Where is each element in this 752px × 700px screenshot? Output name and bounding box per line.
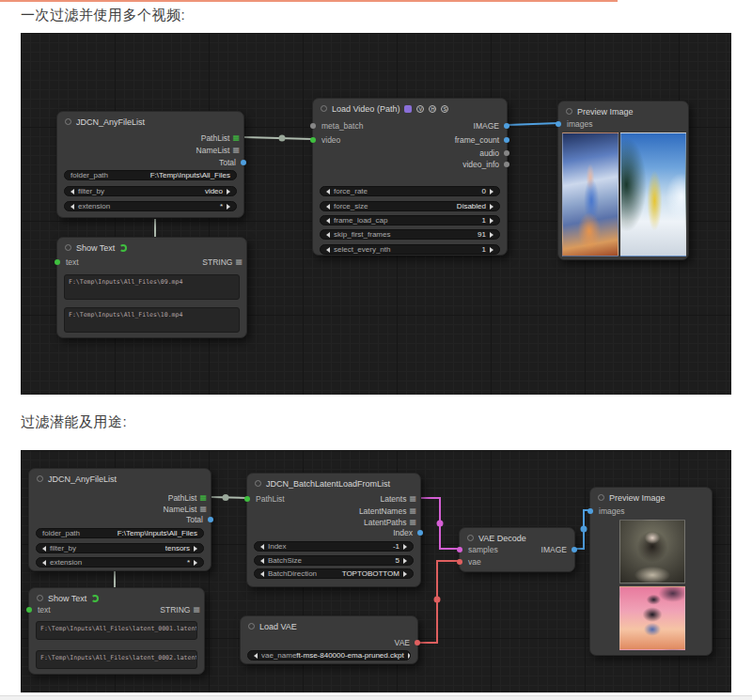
node-show-text[interactable]: Show Text text STRING▦ F:\Temp\Inputs\Al… bbox=[28, 587, 205, 675]
vae-name-widget[interactable]: vae_name ft-mse-840000-ema-pruned.ckpt bbox=[247, 650, 411, 661]
batchdirection-widget[interactable]: BatchDirection TOPTOBOTTOM bbox=[254, 568, 414, 579]
collapse-toggle[interactable] bbox=[65, 244, 71, 251]
force-rate-widget[interactable]: force_rate 0 bbox=[320, 186, 500, 196]
list-output-icon[interactable]: ▦ bbox=[409, 495, 416, 503]
list-output-icon[interactable]: ▦ bbox=[409, 519, 416, 526]
text-output-box[interactable]: F:\Temp\Inputs\All_Files\latent_0002.lat… bbox=[36, 650, 197, 669]
combo-left-arrow[interactable] bbox=[254, 653, 258, 659]
combo-right-arrow[interactable] bbox=[194, 560, 197, 566]
node-vae-decode[interactable]: VAE Decode samples IMAGE vae bbox=[459, 527, 575, 572]
node-show-text[interactable]: Show Text text STRING▦ F:\Temp\Inputs\Al… bbox=[56, 237, 247, 338]
combo-right-arrow[interactable] bbox=[194, 546, 197, 552]
node-preview-image[interactable]: Preview Image images bbox=[589, 487, 713, 656]
collapse-toggle[interactable] bbox=[598, 494, 604, 501]
collapse-toggle[interactable] bbox=[37, 595, 43, 601]
list-output-icon[interactable]: ▦ bbox=[193, 606, 200, 614]
output-port[interactable] bbox=[572, 547, 577, 552]
node-load-vae[interactable]: Load VAE VAE vae_name ft-mse-840000-ema-… bbox=[240, 615, 418, 664]
extension-widget[interactable]: extension * bbox=[36, 557, 204, 568]
skip-first-frames-widget[interactable]: skip_first_frames 91 bbox=[320, 229, 500, 240]
wire-reroute-dot[interactable] bbox=[223, 494, 229, 501]
input-port[interactable] bbox=[556, 121, 561, 127]
combo-right-arrow[interactable] bbox=[490, 247, 494, 253]
list-output-icon[interactable]: ▦ bbox=[232, 134, 240, 142]
frame-load-cap-widget[interactable]: frame_load_cap 1 bbox=[320, 215, 500, 226]
wire-dot[interactable] bbox=[434, 597, 441, 603]
combo-left-arrow[interactable] bbox=[326, 247, 330, 253]
collapse-toggle[interactable] bbox=[248, 623, 255, 630]
combo-right-arrow[interactable] bbox=[227, 189, 230, 194]
filter-by-widget[interactable]: filter_by tensors bbox=[36, 543, 204, 553]
select-every-nth-widget[interactable]: select_every_nth 1 bbox=[320, 244, 500, 255]
index-widget[interactable]: Index -1 bbox=[254, 541, 414, 552]
node-jdcn-anyfilelist[interactable]: JDCN_AnyFileList PathList▦ NameList▦ Tot… bbox=[56, 111, 244, 218]
combo-left-arrow[interactable] bbox=[326, 204, 330, 210]
node-graph-canvas-1[interactable]: JDCN_AnyFileList PathList▦ NameList▦ Tot… bbox=[21, 33, 731, 395]
folder-path-widget[interactable]: folder_path F:\Temp\Inputs\All_Files bbox=[36, 528, 204, 538]
collapse-toggle[interactable] bbox=[321, 105, 327, 112]
combo-left-arrow[interactable] bbox=[326, 232, 330, 238]
collapse-toggle[interactable] bbox=[467, 535, 474, 541]
force-size-widget[interactable]: force_size Disabled bbox=[320, 201, 500, 211]
output-port[interactable] bbox=[241, 160, 246, 165]
preview-thumbnail-pink-anime bbox=[619, 586, 685, 650]
input-port[interactable] bbox=[310, 123, 316, 129]
output-port[interactable] bbox=[504, 123, 509, 129]
output-port[interactable] bbox=[417, 530, 423, 536]
wire-dot[interactable] bbox=[581, 526, 588, 533]
wire-dot[interactable] bbox=[437, 521, 444, 527]
combo-left-arrow[interactable] bbox=[326, 218, 330, 224]
node-graph-canvas-2[interactable]: JDCN_AnyFileList PathList▦ NameList▦ Tot… bbox=[21, 450, 731, 692]
list-output-icon[interactable]: ▦ bbox=[409, 507, 416, 515]
filter-by-widget[interactable]: filter_by video bbox=[64, 186, 237, 196]
list-output-icon[interactable]: ▦ bbox=[199, 506, 207, 513]
combo-right-arrow[interactable] bbox=[408, 653, 411, 659]
collapse-toggle[interactable] bbox=[65, 118, 71, 125]
combo-right-arrow[interactable] bbox=[490, 204, 494, 210]
wire-reroute-dot[interactable] bbox=[279, 135, 286, 142]
extension-widget[interactable]: extension * bbox=[64, 201, 237, 211]
text-output-box[interactable]: F:\Temp\Inputs\All_Files\09.mp4 bbox=[64, 274, 240, 300]
node-load-video-path[interactable]: Load Video (Path) V H S meta_batch IMAGE… bbox=[312, 98, 508, 256]
output-port[interactable] bbox=[415, 640, 420, 646]
output-port[interactable] bbox=[504, 137, 509, 143]
batchsize-widget[interactable]: BatchSize 5 bbox=[254, 555, 414, 566]
collapse-toggle[interactable] bbox=[37, 475, 43, 482]
output-port[interactable] bbox=[504, 150, 509, 156]
combo-right-arrow[interactable] bbox=[490, 189, 494, 194]
combo-left-arrow[interactable] bbox=[42, 560, 46, 566]
combo-right-arrow[interactable] bbox=[403, 544, 407, 550]
combo-left-arrow[interactable] bbox=[326, 189, 330, 194]
folder-path-widget[interactable]: folder_path F:\Temp\Inputs\All_Files bbox=[64, 170, 237, 180]
combo-right-arrow[interactable] bbox=[403, 571, 407, 577]
combo-right-arrow[interactable] bbox=[490, 218, 494, 224]
input-port[interactable] bbox=[457, 559, 462, 565]
collapse-toggle[interactable] bbox=[566, 108, 572, 115]
list-output-icon[interactable]: ▦ bbox=[199, 494, 207, 502]
list-output-icon[interactable]: ▦ bbox=[235, 258, 243, 266]
output-port[interactable] bbox=[504, 162, 509, 167]
node-jdcn-batchlatentloadfromlist[interactable]: JDCN_BatchLatentLoadFromList PathList La… bbox=[246, 473, 421, 587]
input-port[interactable] bbox=[55, 259, 60, 265]
combo-right-arrow[interactable] bbox=[227, 204, 230, 210]
combo-left-arrow[interactable] bbox=[70, 204, 74, 210]
list-output-icon[interactable]: ▦ bbox=[232, 147, 240, 154]
input-port[interactable] bbox=[26, 607, 32, 613]
combo-left-arrow[interactable] bbox=[260, 571, 264, 577]
combo-left-arrow[interactable] bbox=[70, 189, 74, 194]
input-port[interactable] bbox=[244, 496, 250, 502]
combo-left-arrow[interactable] bbox=[260, 544, 264, 550]
input-port[interactable] bbox=[588, 508, 593, 514]
input-port[interactable] bbox=[457, 547, 462, 552]
combo-right-arrow[interactable] bbox=[403, 558, 407, 564]
node-jdcn-anyfilelist[interactable]: JDCN_AnyFileList PathList▦ NameList▦ Tot… bbox=[28, 468, 212, 571]
collapse-toggle[interactable] bbox=[255, 480, 261, 487]
combo-left-arrow[interactable] bbox=[260, 558, 264, 564]
input-port[interactable] bbox=[310, 137, 316, 143]
text-output-box[interactable]: F:\Temp\Inputs\All_Files\10.mp4 bbox=[64, 307, 240, 333]
text-output-box[interactable]: F:\Temp\Inputs\All_Files\latent_0001.lat… bbox=[36, 621, 197, 640]
combo-left-arrow[interactable] bbox=[42, 546, 46, 552]
node-preview-image[interactable]: Preview Image images bbox=[557, 101, 689, 260]
output-port[interactable] bbox=[208, 517, 213, 522]
combo-right-arrow[interactable] bbox=[490, 232, 494, 238]
